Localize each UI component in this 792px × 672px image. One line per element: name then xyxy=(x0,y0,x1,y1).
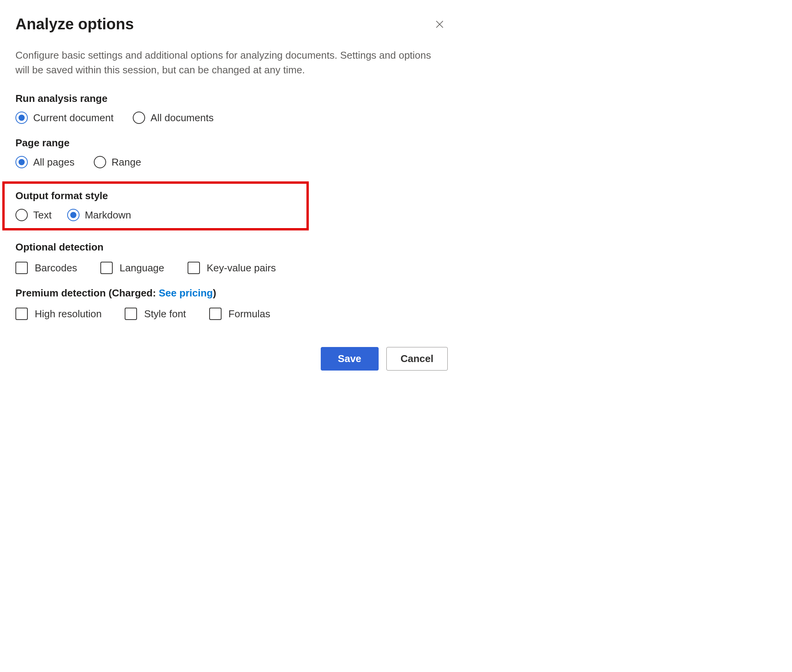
radio-label: Range xyxy=(112,156,141,168)
radio-label: Current document xyxy=(33,112,113,124)
radio-icon xyxy=(94,156,106,168)
radio-current-document[interactable]: Current document xyxy=(15,112,113,124)
checkbox-style-font[interactable]: Style font xyxy=(125,308,186,320)
radio-all-documents[interactable]: All documents xyxy=(133,112,213,124)
checkbox-icon xyxy=(209,308,222,320)
checkbox-icon xyxy=(125,308,137,320)
checkbox-label: Formulas xyxy=(228,308,270,320)
checkbox-high-resolution[interactable]: High resolution xyxy=(15,308,102,320)
checkbox-barcodes[interactable]: Barcodes xyxy=(15,262,77,274)
radio-label: Markdown xyxy=(85,209,131,221)
dialog-description: Configure basic settings and additional … xyxy=(15,48,448,77)
radio-icon xyxy=(15,209,28,221)
radio-output-markdown[interactable]: Markdown xyxy=(67,209,131,221)
radio-icon xyxy=(67,209,80,221)
page-range-title: Page range xyxy=(15,137,448,149)
output-format-title: Output format style xyxy=(15,190,299,202)
radio-icon xyxy=(133,112,145,124)
close-button[interactable] xyxy=(432,16,448,32)
checkbox-language[interactable]: Language xyxy=(100,262,164,274)
dialog-footer: Save Cancel xyxy=(15,347,448,371)
radio-label: All pages xyxy=(33,156,74,168)
output-format-highlight: Output format style Text Markdown xyxy=(2,181,309,230)
premium-title-prefix: Premium detection (Charged: xyxy=(15,287,159,299)
dialog-header: Analyze options xyxy=(15,15,448,33)
dialog-title: Analyze options xyxy=(15,15,134,33)
radio-label: All documents xyxy=(151,112,213,124)
checkbox-formulas[interactable]: Formulas xyxy=(209,308,270,320)
cancel-button[interactable]: Cancel xyxy=(386,347,448,371)
analysis-range-radio-group: Current document All documents xyxy=(15,110,448,124)
analysis-range-title: Run analysis range xyxy=(15,93,448,105)
checkbox-icon xyxy=(100,262,113,274)
radio-all-pages[interactable]: All pages xyxy=(15,156,74,168)
checkbox-key-value-pairs[interactable]: Key-value pairs xyxy=(188,262,276,274)
checkbox-icon xyxy=(188,262,200,274)
checkbox-icon xyxy=(15,308,28,320)
optional-detection-title: Optional detection xyxy=(15,241,448,253)
checkbox-label: Style font xyxy=(144,308,186,320)
checkbox-label: Key-value pairs xyxy=(207,262,276,274)
optional-detection-section: Optional detection Barcodes Language Key… xyxy=(15,241,448,274)
radio-icon xyxy=(15,156,28,168)
radio-label: Text xyxy=(33,209,52,221)
close-icon xyxy=(435,19,445,29)
premium-title-suffix: ) xyxy=(213,287,216,299)
checkbox-icon xyxy=(15,262,28,274)
optional-detection-group: Barcodes Language Key-value pairs xyxy=(15,259,448,274)
premium-detection-section: Premium detection (Charged: See pricing)… xyxy=(15,287,448,320)
save-button[interactable]: Save xyxy=(321,347,379,371)
checkbox-label: Barcodes xyxy=(35,262,77,274)
page-range-radio-group: All pages Range xyxy=(15,154,448,168)
radio-icon xyxy=(15,112,28,124)
premium-detection-group: High resolution Style font Formulas xyxy=(15,305,448,320)
radio-output-text[interactable]: Text xyxy=(15,209,52,221)
page-range-section: Page range All pages Range xyxy=(15,137,448,168)
analysis-range-section: Run analysis range Current document All … xyxy=(15,93,448,124)
checkbox-label: Language xyxy=(120,262,164,274)
see-pricing-link[interactable]: See pricing xyxy=(159,287,213,299)
radio-page-range[interactable]: Range xyxy=(94,156,141,168)
analyze-options-dialog: Analyze options Configure basic settings… xyxy=(0,0,463,390)
premium-detection-title: Premium detection (Charged: See pricing) xyxy=(15,287,448,299)
output-format-section: Output format style Text Markdown xyxy=(15,190,299,221)
output-format-radio-group: Text Markdown xyxy=(15,207,299,221)
checkbox-label: High resolution xyxy=(35,308,102,320)
